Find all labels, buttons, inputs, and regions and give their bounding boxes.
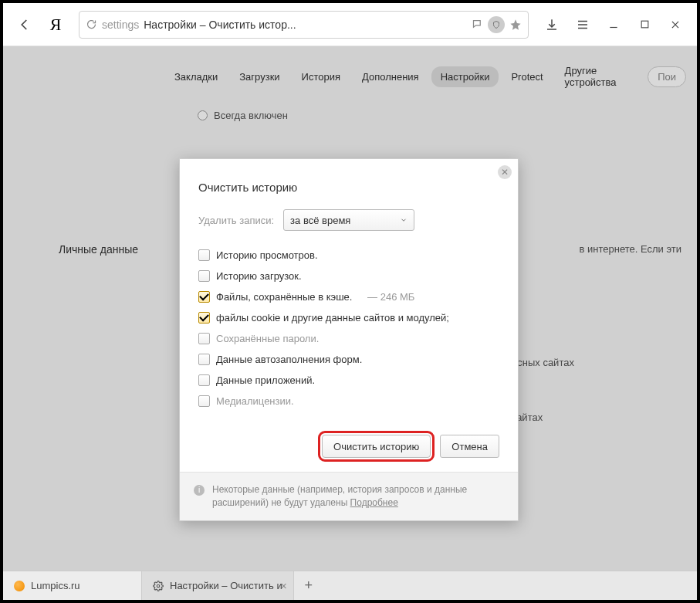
checkbox-icon[interactable] [198, 312, 210, 324]
period-value: за всё время [290, 215, 350, 226]
content-area: Закладки Загрузки История Дополнения Нас… [3, 46, 697, 571]
reload-icon[interactable] [86, 19, 97, 30]
address-text: Настройки – Очистить истор... [144, 19, 296, 31]
option-cookies[interactable]: файлы cookie и другие данные сайтов и мо… [198, 312, 499, 324]
toolbar: Я settings Настройки – Очистить истор... [3, 3, 697, 46]
back-button[interactable] [12, 12, 37, 37]
period-select[interactable]: за всё время [283, 209, 414, 231]
cancel-button[interactable]: Отмена [440, 435, 499, 458]
tab-label: Настройки – Очистить и [170, 580, 282, 591]
protect-shield-icon[interactable] [488, 16, 505, 33]
favicon-icon [14, 581, 25, 591]
logo-icon[interactable]: Я [43, 12, 68, 37]
minimize-button[interactable] [601, 12, 626, 37]
footer-text: Некоторые данные (например, история запр… [212, 484, 467, 508]
svg-rect-0 [641, 21, 648, 28]
clear-history-button[interactable]: Очистить историю [322, 435, 431, 458]
tab-label: Lumpics.ru [31, 580, 80, 591]
checkbox-icon[interactable] [198, 333, 210, 344]
address-bar[interactable]: settings Настройки – Очистить истор... [79, 11, 529, 39]
checkbox-icon[interactable] [198, 291, 210, 303]
chevron-down-icon [400, 216, 407, 224]
downloads-button[interactable] [539, 12, 564, 37]
option-download-history[interactable]: Историю загрузок. [198, 270, 499, 282]
info-icon: i [194, 485, 205, 496]
checkbox-icon[interactable] [198, 395, 210, 407]
close-window-button[interactable] [663, 12, 688, 37]
option-cached-files[interactable]: Файлы, сохранённые в кэше. — 246 МБ [198, 291, 499, 303]
gear-icon [153, 581, 164, 591]
browser-window: Я settings Настройки – Очистить истор... [3, 3, 697, 600]
option-autofill[interactable]: Данные автозаполнения форм. [198, 354, 499, 365]
checkbox-icon[interactable] [198, 249, 210, 261]
tabs-bar: Lumpics.ru Настройки – Очистить и × + [3, 571, 697, 600]
option-media-licenses[interactable]: Медиалицензии. [198, 395, 499, 407]
svg-point-1 [157, 584, 160, 588]
clear-history-dialog: ✕ Очистить историю Удалить записи: за вс… [179, 158, 519, 521]
close-icon[interactable]: ✕ [498, 165, 512, 179]
dialog-footer: i Некоторые данные (например, история за… [180, 472, 518, 520]
period-label: Удалить записи: [198, 215, 274, 226]
maximize-button[interactable] [632, 12, 657, 37]
new-tab-button[interactable]: + [294, 571, 323, 600]
tab-lumpics[interactable]: Lumpics.ru [3, 571, 142, 600]
address-prefix: settings [102, 19, 139, 31]
option-browsing-history[interactable]: Историю просмотров. [198, 249, 499, 261]
dialog-title: Очистить историю [198, 181, 499, 194]
options-list: Историю просмотров. Историю загрузок. Фа… [198, 249, 499, 407]
menu-button[interactable] [570, 12, 595, 37]
option-app-data[interactable]: Данные приложений. [198, 374, 499, 386]
checkbox-icon[interactable] [198, 354, 210, 365]
footer-link[interactable]: Подробнее [350, 497, 398, 508]
bookmark-star-icon[interactable] [509, 19, 522, 31]
option-passwords[interactable]: Сохранённые пароли. [198, 333, 499, 344]
checkbox-icon[interactable] [198, 374, 210, 386]
tab-settings-clear[interactable]: Настройки – Очистить и × [142, 571, 294, 600]
close-tab-icon[interactable]: × [280, 580, 286, 592]
feedback-icon[interactable] [472, 19, 483, 30]
checkbox-icon[interactable] [198, 270, 210, 282]
